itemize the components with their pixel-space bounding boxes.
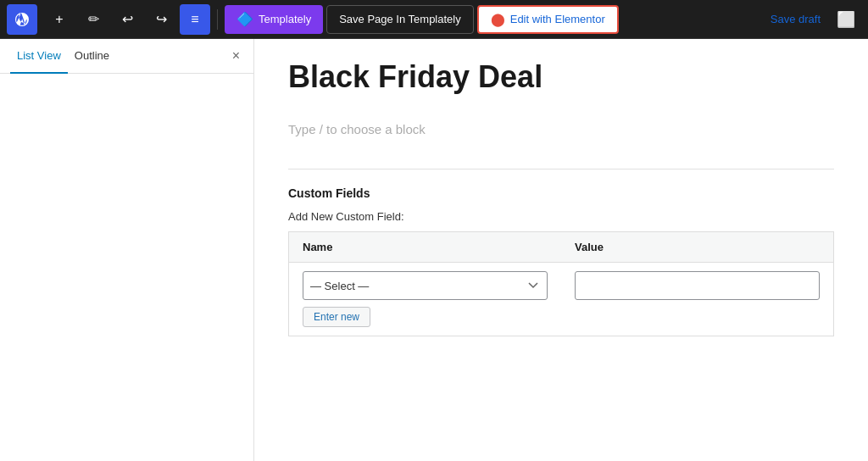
divider xyxy=(217,9,218,30)
field-value-input[interactable] xyxy=(575,271,820,300)
templately-label: Templately xyxy=(259,13,311,25)
save-templately-label: Save Page In Templately xyxy=(339,13,461,25)
table-row: — Select — Enter new xyxy=(289,263,834,336)
sidebar-tab-list-view[interactable]: List View xyxy=(10,39,68,74)
page-title-input[interactable] xyxy=(288,56,834,98)
plus-icon: + xyxy=(55,12,63,27)
add-field-label: Add New Custom Field: xyxy=(288,210,834,223)
redo-button[interactable]: ↪ xyxy=(146,4,176,35)
col-value-header: Value xyxy=(561,232,834,263)
block-placeholder[interactable]: Type / to choose a block xyxy=(288,115,834,143)
sidebar-content xyxy=(0,74,253,461)
enter-new-button[interactable]: Enter new xyxy=(303,307,370,327)
main-layout: List View Outline × Type / to choose a b… xyxy=(0,39,868,461)
edit-elementor-button[interactable]: ⬤ Edit with Elementor xyxy=(477,5,619,34)
sidebar-close-button[interactable]: × xyxy=(229,45,243,67)
custom-fields-title: Custom Fields xyxy=(288,186,834,200)
field-name-select[interactable]: — Select — xyxy=(303,271,548,300)
add-block-button[interactable]: + xyxy=(44,4,75,35)
save-page-templately-button[interactable]: Save Page In Templately xyxy=(326,5,474,34)
undo-button[interactable]: ↩ xyxy=(112,4,142,35)
editor-canvas: Type / to choose a block Custom Fields A… xyxy=(254,39,868,461)
edit-elementor-label: Edit with Elementor xyxy=(510,13,605,25)
value-cell xyxy=(561,263,834,336)
list-view-icon: ≡ xyxy=(191,12,198,27)
templately-button[interactable]: 🔷 Templately xyxy=(225,5,323,34)
redo-icon: ↪ xyxy=(156,11,167,27)
custom-fields-table: Name Value — Select — xyxy=(288,231,834,336)
preview-icon: ⬜ xyxy=(837,10,855,29)
undo-icon: ↩ xyxy=(122,11,133,27)
preview-button[interactable]: ⬜ xyxy=(831,4,861,35)
list-view-button[interactable]: ≡ xyxy=(180,4,210,35)
templately-icon: 🔷 xyxy=(236,11,253,27)
editor-area: Type / to choose a block Custom Fields A… xyxy=(254,39,868,461)
sidebar: List View Outline × xyxy=(0,39,254,461)
table-header-row: Name Value xyxy=(289,232,834,263)
name-cell: — Select — Enter new xyxy=(289,263,562,336)
toolbar: + ✏ ↩ ↪ ≡ 🔷 Templately Save Page In Temp… xyxy=(0,0,868,39)
close-icon: × xyxy=(232,48,240,64)
col-name-header: Name xyxy=(289,232,562,263)
pencil-icon: ✏ xyxy=(88,11,99,27)
save-draft-button[interactable]: Save draft xyxy=(771,13,821,25)
sidebar-tab-outline[interactable]: Outline xyxy=(68,39,116,74)
custom-fields-section: Custom Fields Add New Custom Field: Name… xyxy=(288,169,834,336)
toolbar-right: Save draft ⬜ xyxy=(771,4,861,35)
wordpress-logo[interactable] xyxy=(7,4,37,35)
sidebar-tabs: List View Outline × xyxy=(0,39,253,74)
edit-tool-button[interactable]: ✏ xyxy=(78,4,108,35)
elementor-icon: ⬤ xyxy=(491,12,505,27)
